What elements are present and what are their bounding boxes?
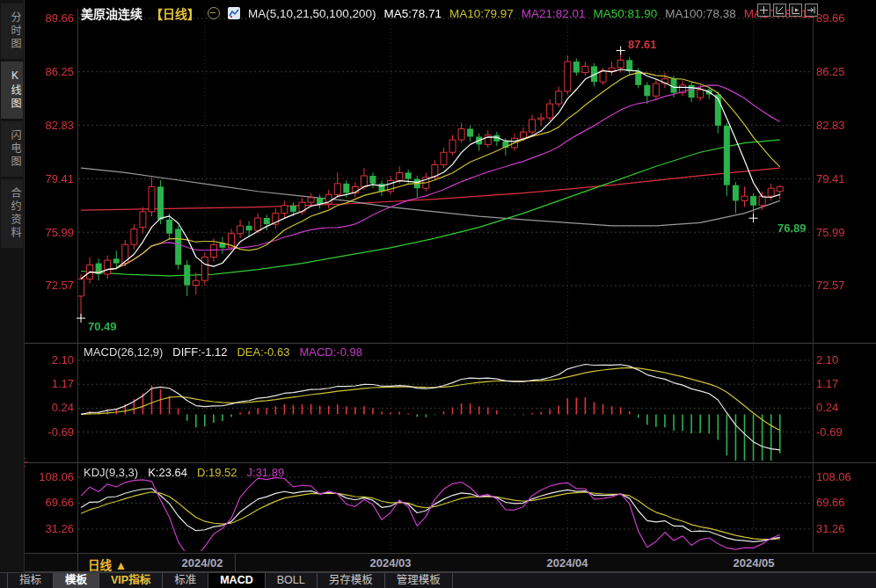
chart-type-icon[interactable] (228, 7, 240, 19)
ma5-value: MA5:78.71 (384, 7, 442, 20)
price-axis-label: 86.25 (816, 65, 869, 78)
axis-separator (235, 554, 236, 571)
chart-toolbar (757, 4, 818, 17)
month-tick-label: 2024/02 (182, 556, 223, 570)
price-axis-label: 75.99 (816, 226, 869, 239)
macd-axis-label: 1.17 (26, 377, 74, 390)
axis-scale-icon[interactable] (773, 4, 786, 17)
crosshair-icon[interactable] (757, 4, 770, 17)
price-axis-label: 72.57 (26, 279, 74, 292)
macd-axis-label: 1.17 (816, 377, 869, 390)
ma-settings-label: MA(5,10,21,50,100,200) (248, 7, 376, 20)
period-selector[interactable]: 日线 ▲ (88, 555, 127, 573)
macd-legend: MACD(26,12,9) DIFF:-1.12 DEA:-0.63 MACD:… (84, 345, 362, 359)
ma21-value: MA21:82.01 (522, 7, 586, 20)
tab-indicators[interactable]: 指标 (7, 573, 54, 588)
period-tag: 【日线】 (150, 4, 200, 22)
month-tick-label: 2024/04 (547, 556, 588, 570)
tab-standard[interactable]: 标准 (163, 573, 208, 588)
kdj-axis-label: 31.26 (26, 522, 74, 535)
price-axis-label: 82.83 (816, 119, 869, 132)
sidebar-item-timeshare[interactable]: 分时图 (1, 4, 23, 59)
ma50-value: MA50:81.90 (594, 7, 658, 20)
kdj-axis-label: 69.66 (26, 496, 74, 509)
futures-charting-app: 分时图 K线图 闪电图 合约资料 美原油连续 【日线】 MA(5,10,21,5… (0, 0, 876, 588)
price-axis-label: 79.41 (816, 172, 869, 185)
sidebar-item-lightning[interactable]: 闪电图 (1, 121, 23, 177)
price-axis-label: 89.66 (816, 11, 869, 25)
kdj-axis-label: 108.06 (816, 470, 869, 483)
time-axis-strip: 日线 ▲ 2024/02 2024/03 2024/04 2024/05 (25, 553, 876, 572)
tab-templates[interactable]: 模板 (54, 573, 99, 588)
price-axis-label: 82.83 (26, 119, 74, 132)
chart-mode-sidebar: 分时图 K线图 闪电图 合约资料 (0, 0, 25, 572)
macd-axis-label: 2.10 (26, 353, 74, 367)
ma10-value: MA10:79.97 (449, 7, 514, 20)
macd-dea-value: DEA:-0.63 (237, 345, 289, 359)
month-tick-label: 2024/05 (734, 556, 775, 570)
kdj-axis-label: 31.26 (816, 522, 869, 535)
price-axis-label: 72.57 (816, 279, 869, 292)
price-axis-label: 86.25 (26, 65, 74, 78)
price-axis-label: 79.41 (26, 172, 74, 185)
triangle-up-icon: ▲ (115, 559, 127, 572)
sidebar-item-contract-info[interactable]: 合约资料 (1, 179, 23, 248)
kdj-title: KDJ(9,3,3) (84, 466, 138, 479)
period-selector-label: 日线 (88, 559, 112, 572)
collapse-icon[interactable] (208, 7, 220, 19)
macd-axis-label: 0.24 (26, 401, 74, 414)
kdj-axis-label: 108.06 (26, 470, 74, 483)
kdj-d-value: D:19.52 (197, 466, 237, 479)
macd-axis-label: 0.24 (816, 401, 869, 414)
indicator-tab-bar: 指标 模板 VIP指标 标准 MACD BOLL 另存模板 管理模板 (0, 572, 876, 588)
kdj-legend: KDJ(9,3,3) K:23.64 D:19.52 J:31.89 (84, 466, 284, 479)
kline-chart-canvas[interactable] (0, 0, 876, 588)
low-price-label: 70.49 (88, 320, 117, 333)
high-price-label: 87.61 (628, 38, 657, 51)
macd-value: MACD:-0.98 (299, 345, 362, 359)
tab-macd[interactable]: MACD (208, 573, 266, 588)
macd-diff-value: DIFF:-1.12 (172, 345, 227, 359)
macd-title: MACD(26,12,9) (84, 345, 163, 359)
kdj-j-value: J:31.89 (247, 466, 285, 479)
sidebar-item-kline[interactable]: K线图 (1, 62, 23, 119)
tab-vip-indicators[interactable]: VIP指标 (99, 573, 163, 588)
chart-header: 美原油连续 【日线】 MA(5,10,21,50,100,200) MA5:78… (81, 4, 814, 22)
ma100-value: MA100:78.38 (665, 7, 735, 20)
recent-low-price-label: 76.89 (777, 221, 807, 235)
macd-axis-label: -0.69 (26, 425, 74, 439)
macd-axis-label: -0.69 (816, 425, 869, 439)
tab-manage-templates[interactable]: 管理模板 (385, 573, 453, 588)
month-tick-label: 2024/03 (370, 556, 412, 570)
tab-save-template[interactable]: 另存模板 (318, 573, 385, 588)
playback-icon[interactable] (789, 4, 802, 17)
kdj-axis-label: 69.66 (816, 496, 869, 509)
symbol-name: 美原油连续 (81, 4, 142, 22)
kdj-k-value: K:23.64 (148, 466, 187, 479)
tab-boll[interactable]: BOLL (266, 573, 318, 588)
price-axis-label: 75.99 (26, 226, 74, 239)
price-axis-label: 89.66 (26, 11, 74, 25)
macd-axis-label: 2.10 (816, 353, 869, 367)
axis-separator (77, 554, 78, 571)
